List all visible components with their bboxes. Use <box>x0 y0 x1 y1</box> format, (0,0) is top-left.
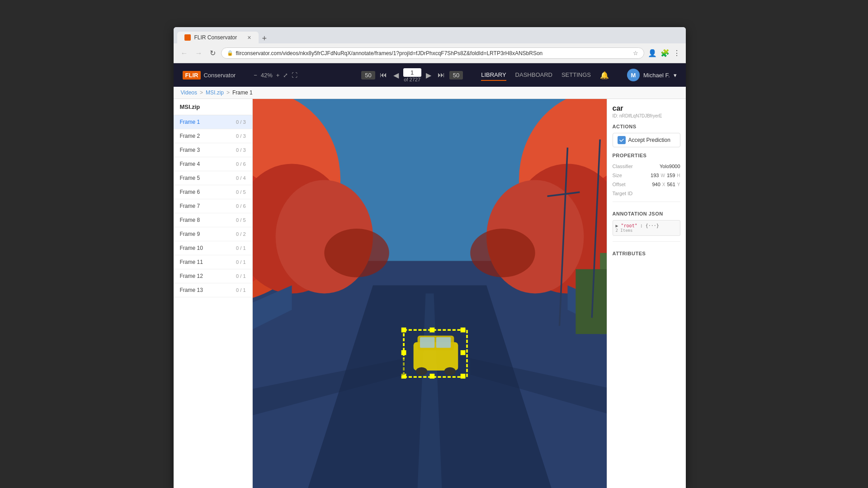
breadcrumb-sep-1: > <box>200 89 203 96</box>
json-expand-icon[interactable]: ▶ <box>616 223 618 228</box>
frame-item-count: 0 / 1 <box>236 287 245 293</box>
fullscreen-button[interactable]: ⛶ <box>292 72 297 79</box>
frame-item-name: Frame 7 <box>180 203 200 209</box>
frame-item-count: 0 / 1 <box>236 273 245 279</box>
extensions-icon[interactable]: 🧩 <box>660 49 670 57</box>
classifier-label: Classifier <box>613 164 633 169</box>
forward-button[interactable]: → <box>193 48 204 58</box>
right-panel: car ID: nRDlfLqN7DJBfryerE Actions Accep… <box>607 99 686 488</box>
frame-item-name: Frame 10 <box>180 245 203 251</box>
frame-item-count: 0 / 5 <box>236 217 245 223</box>
frame-item-count: 0 / 1 <box>236 245 245 251</box>
attributes-label: Attributes <box>613 251 680 256</box>
frame-list-item[interactable]: Frame 120 / 1 <box>174 269 252 283</box>
skip-end-button[interactable]: ⏭ <box>436 70 447 80</box>
frame-list-item[interactable]: Frame 100 / 1 <box>174 241 252 255</box>
nav-link-dashboard[interactable]: DASHBOARD <box>515 70 552 81</box>
svg-rect-26 <box>436 337 450 347</box>
frame-list-item[interactable]: Frame 70 / 6 <box>174 199 252 213</box>
tab-title: FLIR Conservator <box>194 34 237 41</box>
annotation-json-label: Annotation JSON <box>613 211 680 216</box>
size-label: Size <box>613 173 622 178</box>
right-frame-count: 50 <box>449 71 463 80</box>
svg-point-41 <box>470 229 535 277</box>
image-viewer[interactable] <box>253 99 607 488</box>
frame-item-name: Frame 13 <box>180 287 203 293</box>
accept-prediction-button[interactable]: Accept Prediction <box>613 133 680 147</box>
json-viewer[interactable]: ▶ "root" : {···} 2 Items <box>613 220 680 236</box>
frame-item-name: Frame 9 <box>180 231 200 237</box>
frame-item-name: Frame 1 <box>180 119 200 125</box>
json-root-value: : <box>640 223 646 228</box>
active-tab[interactable]: FLIR Conservator × <box>177 32 259 43</box>
user-menu[interactable]: M Michael F. ▾ <box>627 69 677 81</box>
frame-item-name: Frame 2 <box>180 133 200 139</box>
frame-item-count: 0 / 4 <box>236 175 245 181</box>
zoom-in-button[interactable]: + <box>276 72 280 79</box>
back-button[interactable]: ← <box>179 48 190 58</box>
svg-rect-30 <box>401 328 406 333</box>
frame-controls: 50 ⏮ ◀ of 2727 ▶ ⏭ 50 <box>361 68 463 82</box>
logo-flir: FLIR <box>183 71 201 80</box>
frame-list-item[interactable]: Frame 80 / 5 <box>174 213 252 227</box>
bookmark-icon[interactable]: ☆ <box>633 50 638 56</box>
browser-window: FLIR Conservator × + ← → ↻ 🔒 flirconserv… <box>174 27 686 488</box>
menu-icon[interactable]: ⋮ <box>673 49 680 57</box>
frame-total: of 2727 <box>404 77 420 82</box>
breadcrumb-videos[interactable]: Videos <box>181 89 197 96</box>
actions-label: Actions <box>613 124 680 129</box>
next-frame-button[interactable]: ▶ <box>424 70 433 80</box>
offset-x-unit: X <box>662 182 665 187</box>
frame-item-name: Frame 4 <box>180 161 200 167</box>
frame-list-item[interactable]: Frame 50 / 4 <box>174 171 252 185</box>
zoom-controls: − 42% + ⤢ ⛶ <box>254 72 297 79</box>
frame-list-item[interactable]: Frame 30 / 3 <box>174 143 252 157</box>
frame-list-item[interactable]: Frame 110 / 1 <box>174 255 252 269</box>
size-row: Size 193 W 159 H <box>613 173 680 178</box>
refresh-button[interactable]: ↻ <box>208 48 217 58</box>
frame-item-count: 0 / 3 <box>236 147 245 153</box>
frame-list-item[interactable]: Frame 130 / 1 <box>174 283 252 297</box>
zoom-out-button[interactable]: − <box>254 72 257 79</box>
frame-list-item[interactable]: Frame 20 / 3 <box>174 129 252 143</box>
prev-frame-button[interactable]: ◀ <box>392 70 401 80</box>
size-h-unit: H <box>677 173 680 178</box>
frame-list-item[interactable]: Frame 60 / 5 <box>174 185 252 199</box>
new-tab-button[interactable]: + <box>259 34 271 42</box>
size-h-value: 159 <box>667 173 675 178</box>
frame-item-count: 0 / 6 <box>236 203 245 209</box>
frame-item-name: Frame 12 <box>180 273 203 279</box>
top-nav: FLIR Conservator − 42% + ⤢ ⛶ 50 ⏮ ◀ <box>174 63 686 87</box>
json-items-count: 2 Items <box>616 228 677 233</box>
browser-actions: 👤 🧩 ⋮ <box>648 49 680 57</box>
frame-item-name: Frame 6 <box>180 189 200 195</box>
frame-item-count: 0 / 3 <box>236 133 245 139</box>
frame-list-item[interactable]: Frame 90 / 2 <box>174 227 252 241</box>
user-avatar: M <box>627 69 640 81</box>
nav-link-library[interactable]: LIBRARY <box>481 70 506 81</box>
svg-rect-34 <box>429 328 434 333</box>
frame-number-input[interactable] <box>403 68 421 77</box>
classifier-value: Yolo9000 <box>660 164 680 169</box>
nav-links: LIBRARY DASHBOARD SETTINGS <box>481 70 591 81</box>
frame-item-count: 0 / 2 <box>236 231 245 237</box>
breadcrumb-current: Frame 1 <box>232 89 253 96</box>
fit-button[interactable]: ⤢ <box>283 72 288 79</box>
frame-list: MSI.zip Frame 10 / 3Frame 20 / 3Frame 30… <box>174 99 253 488</box>
frame-list-item[interactable]: Frame 10 / 3 <box>174 115 252 129</box>
profile-icon[interactable]: 👤 <box>648 49 657 57</box>
tab-close-button[interactable]: × <box>247 34 251 41</box>
frame-item-name: Frame 3 <box>180 147 200 153</box>
offset-row: Offset 940 X 561 Y <box>613 182 680 187</box>
notifications-icon[interactable]: 🔔 <box>600 71 609 80</box>
frame-item-count: 0 / 1 <box>236 259 245 265</box>
properties-section: Classifier Yolo9000 Size 193 W 159 H <box>613 164 680 196</box>
svg-rect-33 <box>460 374 465 379</box>
annotation-title: car <box>613 104 680 113</box>
skip-start-button[interactable]: ⏮ <box>378 70 389 80</box>
nav-link-settings[interactable]: SETTINGS <box>561 70 591 81</box>
breadcrumb-folder[interactable]: MSI.zip <box>206 89 224 96</box>
url-bar[interactable]: 🔒 flirconservator.com/videos/nkx8y5frCJF… <box>221 47 644 59</box>
attributes-section: Attributes <box>613 241 680 256</box>
frame-list-item[interactable]: Frame 40 / 6 <box>174 157 252 171</box>
